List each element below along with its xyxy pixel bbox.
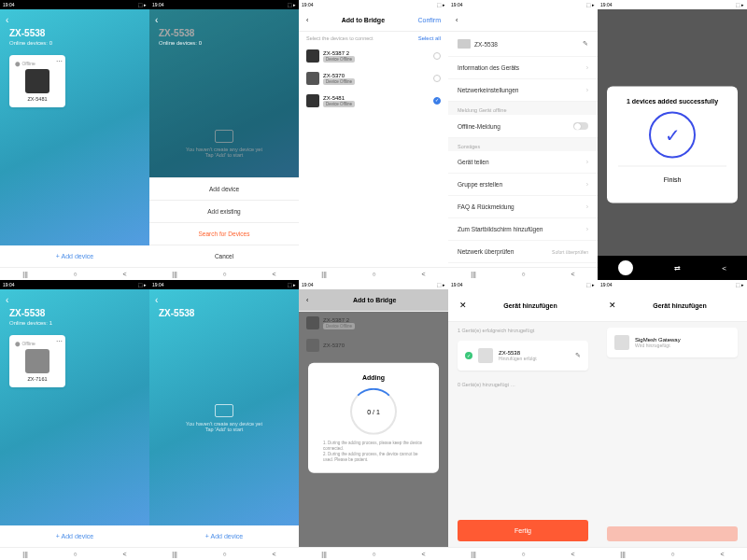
radio[interactable]: [433, 75, 441, 82]
close-icon[interactable]: ✕: [605, 297, 620, 314]
opt-cancel[interactable]: Cancel: [149, 245, 299, 267]
row-offline-notify[interactable]: Offline-Meldung: [448, 115, 598, 138]
back-icon[interactable]: ‹: [155, 15, 158, 25]
check-icon: ✓: [649, 112, 696, 159]
empty-icon: [215, 404, 233, 417]
device-thumb: [458, 39, 471, 49]
add-device-button[interactable]: + Add device: [0, 525, 149, 547]
device-thumb: [614, 335, 629, 350]
confirm-button[interactable]: Confirm: [417, 17, 441, 23]
back-icon[interactable]: ‹: [155, 295, 158, 305]
more-icon[interactable]: ⋯: [56, 338, 63, 345]
success-modal: 1 devices added successfully ✓ Finish: [607, 87, 738, 203]
row-faq[interactable]: FAQ & Rückmeldung›: [448, 196, 598, 218]
back-icon[interactable]: ‹: [306, 17, 308, 23]
device-card[interactable]: ⬤ Offline ⋯ ZX-7161: [9, 335, 65, 387]
camera-bar: ⇄ <: [598, 256, 747, 280]
done-button-disabled: [607, 526, 738, 541]
added-device-card[interactable]: ✓ ZX-5538Hinzufügen erfolgt ✎: [458, 341, 588, 371]
adding-modal: Adding 0 / 1 1. During the adding proces…: [308, 363, 439, 473]
online-count: Online devices: 0: [0, 40, 149, 46]
row-firmware[interactable]: Firmware-UpdateAktuellste Version ist in…: [448, 263, 598, 267]
done-button[interactable]: Fertig: [458, 520, 588, 541]
select-all[interactable]: Select all: [418, 35, 441, 41]
row-info[interactable]: Information des Geräts›: [448, 57, 598, 79]
add-device-button[interactable]: + Add device: [0, 245, 149, 267]
page-title: ZX-5538: [0, 9, 149, 40]
add-device-button[interactable]: + Add device: [149, 525, 299, 547]
shutter-button[interactable]: [618, 260, 633, 275]
device-thumb: [25, 69, 49, 93]
row-homescreen[interactable]: Zum Startbildschirm hinzufügen›: [448, 218, 598, 241]
device-thumb: [25, 349, 49, 373]
opt-search[interactable]: Search for Devices: [149, 222, 299, 245]
progress-circle: 0 / 1: [350, 388, 397, 435]
time: 19:04: [3, 2, 15, 7]
share-icon[interactable]: <: [722, 264, 726, 273]
back-icon[interactable]: ‹: [6, 295, 8, 305]
more-icon[interactable]: ⋯: [56, 58, 63, 65]
back-icon[interactable]: ‹: [306, 297, 308, 303]
edit-icon[interactable]: ✎: [583, 40, 588, 48]
close-icon[interactable]: ✕: [456, 297, 471, 314]
radio[interactable]: [433, 52, 441, 60]
edit-icon[interactable]: ✎: [575, 352, 581, 359]
opt-existing[interactable]: Add existing: [149, 200, 299, 222]
action-sheet: Add device Add existing Search for Devic…: [149, 177, 299, 267]
back-icon[interactable]: ‹: [6, 15, 8, 25]
edit-icon[interactable]: ⇄: [674, 264, 681, 273]
device-row[interactable]: ZX-5481Device Offline: [299, 90, 448, 112]
row-network[interactable]: Netzwerkeinstellungen›: [448, 79, 598, 102]
device-row[interactable]: ZX-5370Device Offline: [299, 67, 448, 90]
toggle[interactable]: [573, 122, 588, 130]
row-group[interactable]: Gruppe erstellen›: [448, 174, 598, 196]
row-check-net[interactable]: Netzwerk überprüfenSofort überprüfen: [448, 241, 598, 263]
back-icon[interactable]: ‹: [456, 17, 458, 23]
check-icon: ✓: [465, 352, 472, 359]
device-thumb: [478, 348, 493, 363]
added-device-card[interactable]: SigMesh GatewayWird hinzugefügt: [607, 328, 738, 357]
radio-checked[interactable]: [433, 97, 441, 105]
finish-button[interactable]: Finish: [618, 166, 726, 192]
opt-add[interactable]: Add device: [149, 177, 299, 200]
device-card[interactable]: ⬤ Offline ⋯ ZX-5481: [9, 55, 65, 107]
device-row[interactable]: ZX-5387 2Device Offline: [299, 45, 448, 67]
row-share[interactable]: Gerät teilen›: [448, 151, 598, 174]
